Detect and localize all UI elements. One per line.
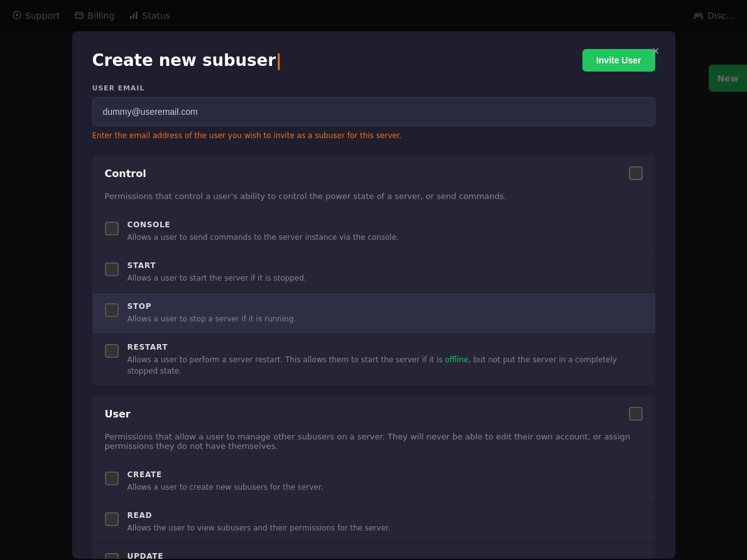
perm-row-console: CONSOLE Allows a user to send commands t…	[92, 211, 655, 252]
stop-toggle[interactable]	[105, 303, 119, 317]
console-perm-name: CONSOLE	[128, 220, 643, 229]
create-perm-name: CREATE	[128, 470, 643, 479]
stop-perm-desc: Allows a user to stop a server if it is …	[128, 313, 643, 325]
create-subuser-modal: × Create new subuser| Invite User USER E…	[72, 31, 675, 559]
read-perm-name: READ	[128, 511, 643, 520]
start-perm-desc: Allows a user to start the server if it …	[128, 272, 643, 284]
user-section-header: User	[92, 396, 655, 432]
console-info: CONSOLE Allows a user to send commands t…	[128, 220, 643, 243]
read-perm-desc: Allows the user to view subusers and the…	[128, 522, 643, 534]
restart-perm-desc: Allows a user to perform a server restar…	[128, 354, 643, 377]
user-section-title: User	[105, 408, 131, 420]
read-toggle[interactable]	[105, 512, 119, 526]
email-input[interactable]	[92, 97, 655, 126]
control-section-title: Control	[105, 168, 146, 180]
user-section-desc: Permissions that allow a user to manage …	[92, 432, 655, 461]
perm-row-read: READ Allows the user to view subusers an…	[92, 502, 655, 542]
create-perm-desc: Allows a user to create new subusers for…	[128, 482, 643, 493]
email-field-label: USER EMAIL	[92, 84, 655, 92]
modal-title: Create new subuser|	[92, 51, 282, 70]
update-toggle[interactable]	[105, 553, 119, 559]
perm-row-create: CREATE Allows a user to create new subus…	[92, 461, 655, 502]
read-info: READ Allows the user to view subusers an…	[128, 511, 643, 534]
start-info: START Allows a user to start the server …	[128, 261, 643, 284]
perm-row-restart: RESTART Allows a user to perform a serve…	[92, 333, 655, 385]
modal-header: Create new subuser| Invite User	[72, 31, 675, 84]
user-section-toggle[interactable]	[629, 407, 643, 421]
email-field-group: USER EMAIL Enter the email address of th…	[92, 84, 655, 140]
control-section: Control Permissions that control a user'…	[92, 155, 655, 385]
control-section-header: Control	[92, 155, 655, 191]
stop-info: STOP Allows a user to stop a server if i…	[128, 302, 643, 325]
invite-user-button[interactable]: Invite User	[582, 49, 655, 72]
stop-perm-name: STOP	[128, 302, 643, 311]
start-perm-name: START	[128, 261, 643, 270]
cursor-blink: |	[276, 51, 282, 70]
update-perm-name: UPDATE	[128, 552, 643, 559]
perm-row-update: UPDATE	[92, 542, 655, 559]
start-toggle[interactable]	[105, 262, 119, 276]
create-info: CREATE Allows a user to create new subus…	[128, 470, 643, 493]
offline-highlight: offline	[445, 355, 468, 364]
modal-body: USER EMAIL Enter the email address of th…	[72, 84, 675, 559]
control-section-desc: Permissions that control a user's abilit…	[92, 191, 655, 211]
perm-row-stop: STOP Allows a user to stop a server if i…	[92, 293, 655, 333]
control-section-toggle[interactable]	[629, 166, 643, 180]
perm-row-start: START Allows a user to start the server …	[92, 252, 655, 293]
restart-info: RESTART Allows a user to perform a serve…	[128, 343, 643, 377]
update-info: UPDATE	[128, 552, 643, 559]
create-toggle[interactable]	[105, 471, 119, 485]
restart-toggle[interactable]	[105, 344, 119, 358]
console-toggle[interactable]	[105, 222, 119, 235]
user-section: User Permissions that allow a user to ma…	[92, 396, 655, 559]
console-perm-desc: Allows a user to send commands to the se…	[128, 232, 643, 243]
email-field-hint: Enter the email address of the user you …	[92, 131, 655, 140]
restart-perm-name: RESTART	[128, 343, 643, 352]
close-button[interactable]: ×	[646, 41, 665, 60]
